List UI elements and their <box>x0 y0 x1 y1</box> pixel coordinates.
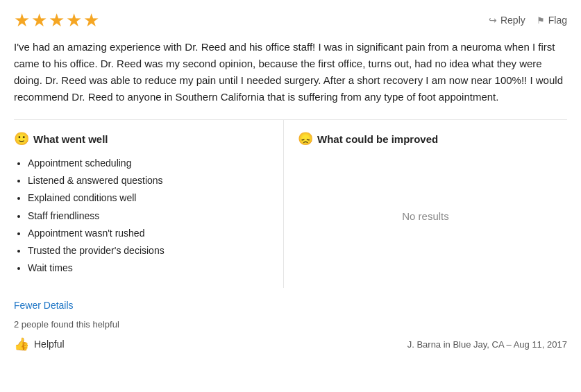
details-section: 🙂 What went well Appointment scheduling … <box>14 119 567 288</box>
helpful-button[interactable]: 👍 Helpful <box>14 336 65 352</box>
reviewer-info: J. Barna in Blue Jay, CA – Aug 11, 2017 <box>407 339 567 350</box>
star-4: ★ <box>66 11 82 29</box>
list-item: Explained conditions well <box>28 189 269 207</box>
star-rating: ★ ★ ★ ★ ★ <box>14 11 99 29</box>
smiley-happy-icon: 🙂 <box>14 131 29 146</box>
flag-button[interactable]: ⚑ Flag <box>537 15 567 26</box>
list-item: Appointment wasn't rushed <box>28 225 269 242</box>
list-item: Appointment scheduling <box>28 155 269 172</box>
star-1: ★ <box>14 11 30 29</box>
header-row: ★ ★ ★ ★ ★ ↪ Reply ⚑ Flag <box>14 11 567 29</box>
thumbs-up-icon: 👍 <box>14 336 29 352</box>
list-item: Trusted the provider's decisions <box>28 242 269 259</box>
no-results: No results <box>298 155 553 277</box>
helpful-count: 2 people found this helpful <box>14 319 567 330</box>
well-title-text: What went well <box>33 133 108 145</box>
flag-label: Flag <box>548 15 567 26</box>
reply-icon: ↪ <box>489 15 497 26</box>
reply-label: Reply <box>500 15 525 26</box>
helpful-label: Helpful <box>34 339 65 350</box>
smiley-sad-icon: 😞 <box>298 131 313 146</box>
flag-icon: ⚑ <box>537 15 545 26</box>
improved-title-text: What could be improved <box>317 133 438 145</box>
fewer-details-button[interactable]: Fewer Details <box>14 300 74 311</box>
footer-row: 👍 Helpful J. Barna in Blue Jay, CA – Aug… <box>14 336 567 352</box>
list-item: Staff friendliness <box>28 207 269 225</box>
improved-column: 😞 What could be improved No results <box>284 120 567 288</box>
well-title: 🙂 What went well <box>14 131 269 146</box>
star-5: ★ <box>83 11 99 29</box>
well-list: Appointment scheduling Listened & answer… <box>14 155 269 277</box>
star-3: ★ <box>49 11 65 29</box>
well-column: 🙂 What went well Appointment scheduling … <box>14 120 284 288</box>
reply-button[interactable]: ↪ Reply <box>489 15 525 26</box>
header-actions: ↪ Reply ⚑ Flag <box>489 15 567 26</box>
list-item: Wait times <box>28 259 269 277</box>
list-item: Listened & answered questions <box>28 172 269 189</box>
star-2: ★ <box>31 11 47 29</box>
review-text: I've had an amazing experience with Dr. … <box>14 39 567 105</box>
improved-title: 😞 What could be improved <box>298 131 553 146</box>
